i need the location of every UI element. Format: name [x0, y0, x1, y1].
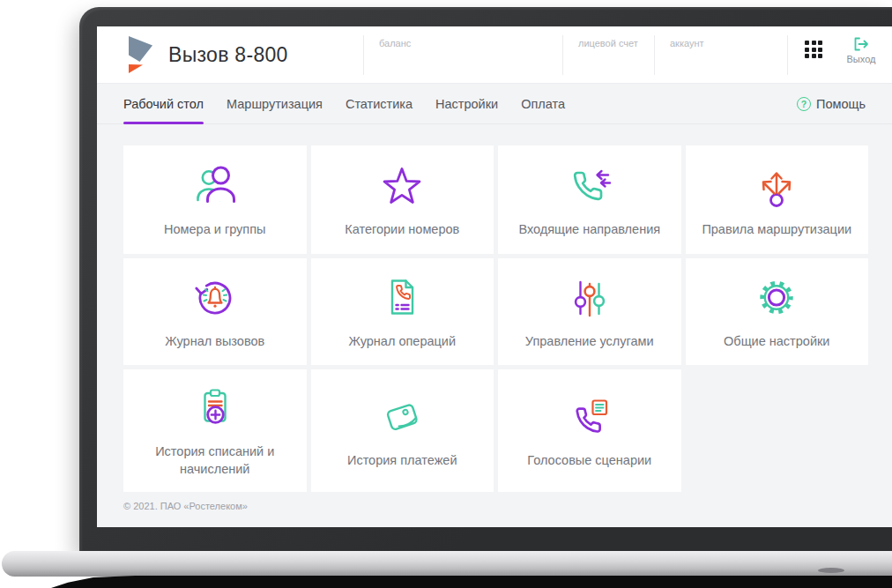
main-tabs: Рабочий стол Маршрутизация Статистика На… [97, 84, 892, 124]
laptop-notch [818, 568, 844, 573]
help-label: Помощь [816, 97, 866, 111]
tab-statistics[interactable]: Статистика [346, 84, 413, 123]
logout-icon [853, 37, 869, 51]
card-label: Входящие направления [518, 221, 660, 239]
card-general-settings[interactable]: Общие настройки [686, 258, 869, 365]
gear-icon [752, 272, 801, 322]
balance-label: баланс [379, 38, 411, 48]
app-title: Вызов 8-800 [168, 43, 288, 67]
tab-settings[interactable]: Настройки [435, 84, 498, 123]
card-voice-scenarios[interactable]: Голосовые сценарии [498, 369, 681, 492]
card-label: История платежей [347, 452, 457, 470]
card-label: Журнал операций [348, 333, 456, 351]
app-header: Вызов 8-800 баланс лицевой счет аккаунт … [97, 26, 892, 84]
tab-payment[interactable]: Оплата [521, 84, 565, 123]
tab-desktop[interactable]: Рабочий стол [123, 84, 204, 123]
card-operations-log[interactable]: Журнал операций [311, 258, 494, 365]
call-log-bell-icon [190, 272, 240, 322]
card-numbers-and-groups[interactable]: Номера и группы [123, 145, 307, 254]
tab-routing[interactable]: Маршрутизация [227, 84, 323, 123]
logout-label: Выход [836, 54, 887, 64]
card-label: История списаний и начислений [133, 443, 296, 478]
operations-document-icon [377, 272, 427, 322]
clipboard-plus-icon [190, 383, 240, 432]
help-link[interactable]: ? Помощь [797, 97, 866, 111]
apps-grid-button[interactable] [805, 41, 824, 60]
logout-button[interactable]: Выход [836, 37, 887, 64]
card-label: Номера и группы [164, 221, 265, 239]
header-divider [363, 35, 364, 75]
card-label: Управление услугами [525, 333, 654, 351]
header-divider [654, 35, 655, 75]
routing-arrows-icon [752, 160, 801, 210]
personal-account-label: лицевой счет [578, 38, 638, 48]
card-label: Голосовые сценарии [527, 452, 651, 470]
card-call-log[interactable]: Журнал вызовов [123, 258, 307, 365]
question-circle-icon: ? [797, 97, 811, 111]
empty-grid-cell [686, 369, 869, 492]
account-label: аккаунт [670, 38, 704, 48]
card-debits-history[interactable]: История списаний и начислений [123, 369, 307, 492]
card-label: Правила маршрутизации [702, 221, 851, 239]
app-window: Вызов 8-800 баланс лицевой счет аккаунт … [97, 26, 892, 527]
launcher-grid: Номера и группы Категории номеров Входящ… [123, 145, 868, 492]
laptop-base-shadow [51, 576, 892, 588]
card-label: Журнал вызовов [165, 333, 264, 351]
card-routing-rules[interactable]: Правила маршрутизации [686, 145, 869, 254]
card-service-management[interactable]: Управление услугами [498, 258, 681, 365]
card-number-categories[interactable]: Категории номеров [311, 145, 494, 254]
copyright-text: © 2021. ПАО «Ростелеком» [123, 501, 868, 511]
header-divider [787, 35, 788, 75]
incoming-call-icon [565, 160, 614, 210]
sliders-icon [565, 272, 614, 322]
star-icon [377, 160, 427, 210]
card-payments-history[interactable]: История платежей [311, 369, 494, 492]
users-icon [190, 160, 240, 210]
card-label: Категории номеров [345, 221, 459, 239]
card-label: Общие настройки [724, 333, 829, 351]
laptop-base [2, 551, 892, 577]
wallet-icon [377, 391, 427, 441]
rostelecom-logo-icon [123, 35, 157, 74]
card-incoming-directions[interactable]: Входящие направления [498, 145, 681, 254]
header-divider [562, 35, 563, 75]
desktop-content: Номера и группы Категории номеров Входящ… [97, 124, 892, 511]
voice-script-icon [565, 391, 614, 441]
brand: Вызов 8-800 [123, 35, 288, 74]
